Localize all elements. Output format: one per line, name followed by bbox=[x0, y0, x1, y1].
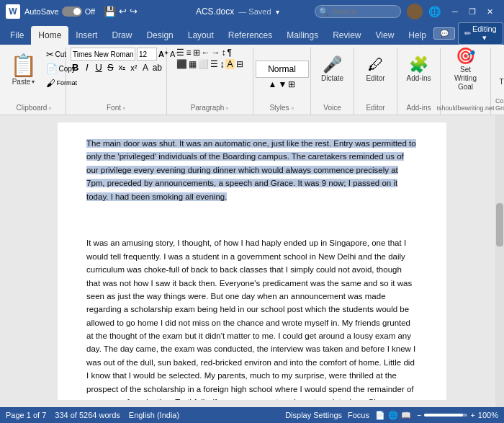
font-color-button[interactable]: A bbox=[140, 63, 150, 73]
styles-button[interactable]: Normal bbox=[256, 61, 309, 78]
ribbon-body: 📋 Paste ▾ ✂ Cut 📄 Copy 🖌 Format bbox=[0, 45, 504, 115]
addins-icon: 🧩 bbox=[409, 57, 428, 73]
show-formatting-button[interactable]: ¶ bbox=[228, 48, 232, 58]
increase-indent-button[interactable]: → bbox=[212, 48, 220, 58]
scrollbar-vertical[interactable] bbox=[495, 115, 504, 407]
writing-goal-icon: 🎯 bbox=[456, 48, 475, 64]
superscript-button[interactable]: x² bbox=[129, 63, 138, 72]
format-painter-button[interactable]: 🖌 Format bbox=[45, 76, 66, 89]
styles-up-button[interactable]: ▲ bbox=[269, 79, 277, 89]
tab-review[interactable]: Review bbox=[325, 26, 368, 45]
font-tools: A⁺ A⁻ B I U S x₂ x² A ab bbox=[71, 48, 162, 102]
underline-button[interactable]: U bbox=[94, 62, 103, 73]
strikethrough-button[interactable]: S bbox=[106, 62, 115, 73]
numbering-button[interactable]: ≡ bbox=[186, 48, 191, 58]
view-print-button[interactable]: 📄 bbox=[375, 411, 385, 420]
align-left-button[interactable]: ⬛ bbox=[176, 59, 187, 69]
font-name-input[interactable] bbox=[71, 48, 135, 61]
styles-expand-icon[interactable]: ⬦ bbox=[291, 104, 294, 111]
editor-button[interactable]: 🖊 Editor bbox=[360, 48, 392, 92]
editing-label: Editing ▾ bbox=[472, 25, 497, 43]
justify-button[interactable]: ☰ bbox=[210, 59, 218, 69]
title-bar-left: W AutoSave Off 💾 ↩ ↪ bbox=[6, 4, 161, 19]
tab-mailings[interactable]: Mailings bbox=[279, 26, 325, 45]
display-settings-button[interactable]: Display Settings bbox=[285, 411, 342, 419]
word-app-icon: W bbox=[6, 4, 20, 19]
italic-button[interactable]: I bbox=[82, 62, 91, 73]
borders-button[interactable]: ⊟ bbox=[236, 59, 243, 69]
title-center: ACS.docx — Saved ▾ bbox=[161, 6, 315, 17]
multilevel-button[interactable]: ⊞ bbox=[193, 48, 200, 58]
shading-button[interactable]: A bbox=[225, 59, 234, 69]
tab-layout[interactable]: Layout bbox=[181, 26, 221, 45]
status-left: Page 1 of 7 334 of 5264 words English (I… bbox=[6, 411, 285, 419]
cut-button[interactable]: ✂ Cut bbox=[45, 48, 66, 61]
decrease-indent-button[interactable]: ← bbox=[202, 48, 210, 58]
font-size-input[interactable] bbox=[137, 48, 157, 61]
addins-button[interactable]: 🧩 Add-ins bbox=[403, 48, 435, 92]
close-button[interactable]: ✕ bbox=[481, 3, 498, 20]
bullets-button[interactable]: ☰ bbox=[176, 48, 184, 58]
document-page[interactable]: The main door was shut. It was an automa… bbox=[58, 123, 446, 400]
paste-label: Paste ▾ bbox=[12, 78, 35, 86]
subscript-button[interactable]: x₂ bbox=[117, 63, 127, 72]
align-center-button[interactable]: ▦ bbox=[189, 59, 197, 69]
paragraph-group-label: Paragraph ⬦ bbox=[191, 102, 230, 115]
dropdown-arrow[interactable]: ▾ bbox=[276, 8, 279, 16]
font-row2: B I U S x₂ x² A ab bbox=[71, 62, 162, 73]
save-icon[interactable]: 💾 bbox=[104, 6, 116, 17]
power-thesaurus-button[interactable]: 📘 Power Thesaurus bbox=[500, 48, 504, 92]
bold-button[interactable]: B bbox=[71, 62, 80, 73]
document-area: The main door was shut. It was an automa… bbox=[0, 115, 504, 407]
clipboard-expand-icon[interactable]: ⬦ bbox=[48, 104, 52, 111]
tab-design[interactable]: Design bbox=[139, 26, 180, 45]
tab-file[interactable]: File bbox=[3, 26, 31, 45]
zoom-slider[interactable] bbox=[424, 414, 467, 417]
microphone-icon: 🎤 bbox=[323, 57, 342, 73]
tab-references[interactable]: References bbox=[221, 26, 279, 45]
tab-help[interactable]: Help bbox=[401, 26, 433, 45]
zoom-out-button[interactable]: − bbox=[417, 411, 421, 419]
set-writing-goal-button[interactable]: 🎯 Set Writing Goal bbox=[450, 48, 482, 92]
voice-group: 🎤 Dictate Voice bbox=[311, 48, 354, 115]
user-avatar[interactable] bbox=[407, 4, 423, 19]
zoom-in-button[interactable]: + bbox=[470, 411, 474, 419]
ribbon-tabs: File Home Insert Draw Design Layout Refe… bbox=[0, 23, 504, 45]
align-right-button[interactable]: ⬜ bbox=[198, 59, 209, 69]
sort-button[interactable]: ↕ bbox=[222, 48, 226, 58]
paragraph-2: It was an amusing story, I thought, of h… bbox=[86, 236, 418, 400]
tab-home[interactable]: Home bbox=[31, 26, 68, 45]
editing-button[interactable]: ✏ Editing ▾ bbox=[458, 22, 503, 45]
view-read-button[interactable]: 📖 bbox=[401, 411, 411, 420]
dictate-button[interactable]: 🎤 Dictate bbox=[317, 48, 348, 92]
styles-more-button[interactable]: ⊞ bbox=[288, 79, 295, 89]
copy-button[interactable]: 📄 Copy bbox=[45, 62, 66, 75]
highlight-button[interactable]: ab bbox=[153, 63, 162, 73]
toggle-state-label: Off bbox=[85, 7, 95, 16]
paste-dropdown[interactable]: ▾ bbox=[32, 79, 35, 85]
view-buttons: 📄 🌐 📖 bbox=[375, 411, 411, 420]
styles-down-button[interactable]: ▼ bbox=[279, 79, 287, 89]
language-indicator[interactable]: English (India) bbox=[129, 411, 179, 419]
view-web-button[interactable]: 🌐 bbox=[388, 411, 398, 420]
restore-button[interactable]: ❐ bbox=[464, 3, 481, 20]
paragraph-group: ☰ ≡ ⊞ ← → ↕ ¶ ⬛ ▦ ⬜ ☰ ↨ A ⊟ Paragraph ⬦ bbox=[167, 48, 253, 115]
autosave-area: AutoSave Off bbox=[24, 6, 95, 17]
line-spacing-button[interactable]: ↨ bbox=[220, 59, 224, 69]
paragraph-expand-icon[interactable]: ⬦ bbox=[225, 104, 229, 111]
zoom-slider-fill bbox=[424, 414, 463, 417]
tab-insert[interactable]: Insert bbox=[68, 26, 104, 45]
tab-view[interactable]: View bbox=[369, 26, 402, 45]
globe-icon[interactable]: 🌐 bbox=[428, 6, 441, 17]
comment-button[interactable]: 💬 bbox=[433, 27, 455, 40]
font-expand-icon[interactable]: ⬦ bbox=[122, 104, 126, 111]
scrollbar-thumb[interactable] bbox=[496, 203, 503, 246]
styles-navigation: ▲ ▼ ⊞ bbox=[269, 79, 296, 89]
autosave-toggle[interactable] bbox=[62, 6, 82, 17]
focus-button[interactable]: Focus bbox=[348, 411, 369, 419]
redo-button[interactable]: ↪ bbox=[130, 6, 138, 17]
undo-button[interactable]: ↩ bbox=[119, 6, 127, 17]
tab-draw[interactable]: Draw bbox=[104, 26, 139, 45]
paste-button[interactable]: 📋 Paste ▾ bbox=[4, 48, 44, 92]
minimize-button[interactable]: ─ bbox=[446, 3, 464, 20]
